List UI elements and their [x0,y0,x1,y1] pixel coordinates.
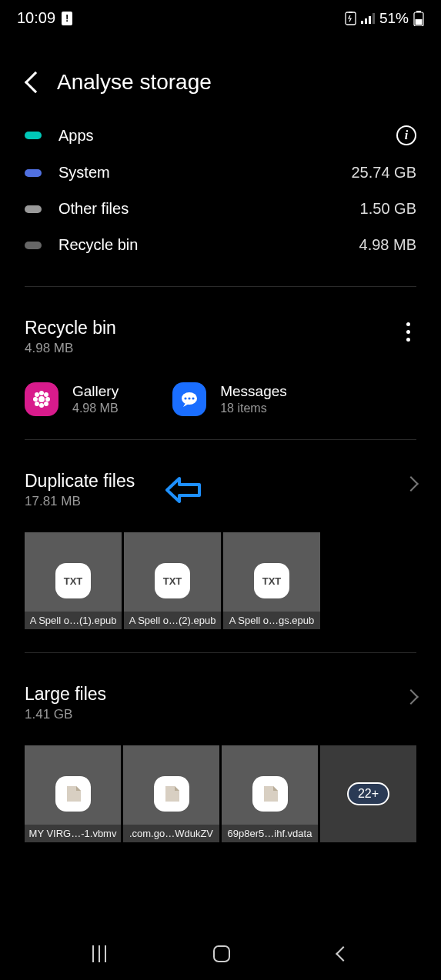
recycle-bin-section: Recycle bin 4.98 MB Gallery 4.98 MB Mess… [0,287,441,416]
svg-rect-4 [369,16,371,24]
txt-file-icon: TXT [55,563,91,598]
nav-back-button[interactable] [338,948,349,959]
category-color-recycle [25,242,42,249]
large-files-header[interactable]: Large files 1.41 GB [25,684,416,722]
nav-recents-button[interactable] [92,945,106,962]
generic-file-icon [154,776,189,812]
info-icon[interactable]: i [396,125,416,145]
svg-point-12 [33,397,38,402]
svg-point-9 [38,396,45,402]
svg-point-16 [35,402,39,406]
category-color-system [25,169,42,177]
signal-icon [361,13,375,24]
file-tile[interactable]: TXT A Spell o…(2).epub [124,532,221,629]
txt-file-icon: TXT [155,563,190,598]
svg-point-11 [39,403,44,408]
category-other[interactable]: Other files 1.50 GB [25,191,416,227]
svg-point-14 [35,392,39,397]
file-tile[interactable]: MY VIRG…-1.vbmv [25,745,121,842]
svg-rect-5 [373,13,375,24]
more-count-badge: 22+ [347,782,389,805]
battery-saver-icon [345,12,356,25]
duplicate-files-section: Duplicate files 17.81 MB TXT A Spell o…(… [0,440,441,629]
generic-file-icon [252,776,288,812]
section-title: Recycle bin [25,318,116,338]
category-color-other [25,205,42,213]
svg-point-17 [44,402,48,406]
svg-point-20 [189,397,191,399]
section-title: Large files [25,684,106,705]
page-title: Analyse storage [57,70,212,95]
category-system[interactable]: System 25.74 GB [25,155,416,191]
item-detail: 18 items [220,402,287,415]
file-tile-more[interactable]: 22+ [320,745,416,842]
gallery-icon [25,382,58,416]
category-value: 4.98 MB [359,236,416,254]
item-detail: 4.98 MB [72,402,119,415]
more-options-button[interactable] [400,318,416,346]
category-label: Recycle bin [58,236,342,254]
file-name: A Spell o…(2).epub [124,612,221,629]
file-tile[interactable]: 69p8er5…ihf.vdata [222,745,318,842]
section-subtitle: 17.81 MB [25,494,135,509]
svg-point-15 [44,392,48,397]
file-name: A Spell o…(1).epub [25,612,122,629]
category-label: Other files [58,200,343,218]
recycle-bin-messages[interactable]: Messages 18 items [172,382,287,416]
section-subtitle: 1.41 GB [25,707,106,722]
messages-icon [172,382,206,416]
battery-icon [413,11,424,26]
recycle-bin-items: Gallery 4.98 MB Messages 18 items [25,356,416,416]
svg-point-10 [39,391,44,395]
svg-point-21 [192,397,195,399]
duplicate-files-header[interactable]: Duplicate files 17.81 MB [25,471,416,509]
status-right: 51% [345,10,424,27]
navigation-bar [0,928,441,980]
large-files-section: Large files 1.41 GB MY VIRG…-1.vbmv .com… [0,653,441,842]
file-tile[interactable]: .com.go…WdukZV [123,745,219,842]
category-color-apps [25,132,42,139]
svg-rect-1 [349,12,352,13]
back-button[interactable] [25,75,43,90]
header: Analyse storage [0,33,441,116]
item-title: Gallery [72,383,119,400]
nav-back-icon [336,946,351,962]
category-apps[interactable]: Apps i [25,116,416,155]
clock: 10:09 [17,9,55,27]
category-value: 1.50 GB [360,200,416,218]
large-file-grid: MY VIRG…-1.vbmv .com.go…WdukZV 69p8er5…i… [25,722,416,842]
svg-rect-3 [365,18,367,24]
category-recycle[interactable]: Recycle bin 4.98 MB [25,227,416,263]
status-left: 10:09 ! [17,9,72,27]
storage-category-list: Apps i System 25.74 GB Other files 1.50 … [0,116,441,263]
svg-point-19 [185,397,187,399]
txt-file-icon: TXT [254,563,289,598]
svg-point-13 [45,397,50,402]
battery-text: 51% [379,10,409,27]
chevron-right-icon [403,689,419,705]
file-tile[interactable]: TXT A Spell o…gs.epub [223,532,320,629]
annotation-arrow-icon [165,477,201,503]
category-label: Apps [58,127,379,145]
generic-file-icon [55,776,91,812]
file-name: MY VIRG…-1.vbmv [25,825,121,842]
category-label: System [58,164,334,182]
section-subtitle: 4.98 MB [25,341,116,356]
item-title: Messages [220,383,287,400]
duplicate-file-grid: TXT A Spell o…(1).epub TXT A Spell o…(2)… [25,509,416,629]
status-bar: 10:09 ! 51% [0,0,441,33]
back-icon [25,72,46,93]
file-name: 69p8er5…ihf.vdata [222,825,318,842]
recycle-bin-header[interactable]: Recycle bin 4.98 MB [25,318,416,356]
section-title: Duplicate files [25,471,135,492]
file-tile[interactable]: TXT A Spell o…(1).epub [25,532,122,629]
chevron-right-icon [403,476,419,492]
nav-home-button[interactable] [213,945,230,962]
svg-rect-2 [361,21,363,24]
svg-rect-8 [416,19,423,25]
file-name: .com.go…WdukZV [123,825,219,842]
notification-icon: ! [62,12,72,25]
recycle-bin-gallery[interactable]: Gallery 4.98 MB [25,382,119,416]
file-name: A Spell o…gs.epub [223,612,320,629]
category-value: 25.74 GB [351,164,416,182]
